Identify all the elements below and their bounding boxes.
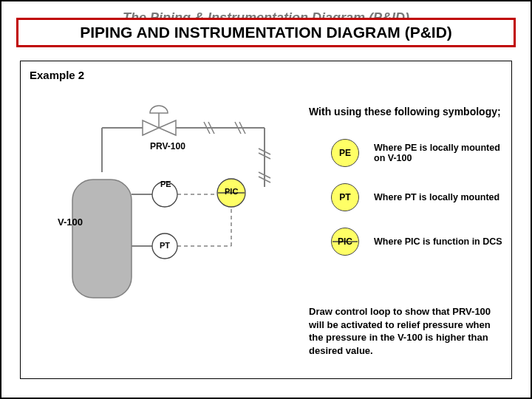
legend-pe: PE Where PE is locally mounted on V-100: [331, 139, 507, 167]
svg-marker-13: [143, 120, 159, 135]
vessel-label: V-100: [58, 216, 83, 228]
content-box: Example 2 With using these following sym…: [20, 61, 512, 379]
pic-symbol-icon: PIC: [331, 228, 359, 256]
pic-balloon-label: PIC: [225, 187, 238, 196]
legend-pic-text: Where PIC is function in DCS: [374, 236, 502, 247]
legend-pt: PT Where PT is locally mounted: [331, 183, 499, 211]
page-title: PIPING AND INSTRUMENTATION DIAGRAM (P&ID…: [16, 18, 516, 47]
pe-balloon-label: PE: [160, 180, 171, 188]
legend-pe-text: Where PE is locally mounted on V-100: [374, 143, 507, 163]
symbology-intro: With using these following symbology;: [309, 106, 501, 117]
svg-marker-14: [159, 120, 176, 135]
pt-balloon-label: PT: [160, 241, 170, 250]
svg-rect-16: [72, 180, 132, 298]
slide: The Piping & Instrumentation Diagram (P&…: [0, 0, 532, 399]
valve-label: PRV-100: [150, 141, 185, 151]
instruction-text: Draw control loop to show that PRV-100 w…: [309, 305, 497, 357]
pe-symbol-icon: PE: [331, 139, 359, 167]
pic-symbol-label: PIC: [338, 236, 352, 247]
pt-symbol-icon: PT: [331, 183, 359, 211]
legend-pt-text: Where PT is locally mounted: [374, 192, 499, 202]
pid-diagram: [21, 76, 301, 327]
legend-pic: PIC Where PIC is function in DCS: [331, 228, 502, 256]
